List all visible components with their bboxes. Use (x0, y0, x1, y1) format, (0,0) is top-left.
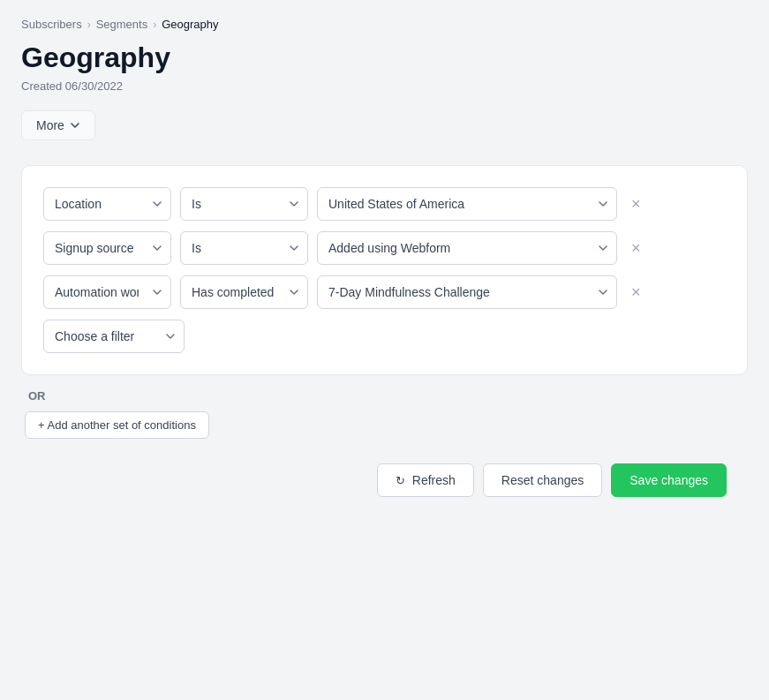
save-button[interactable]: Save changes (611, 463, 727, 497)
filter-select-wrapper-2: Signup source Location Automation workfl… (43, 231, 171, 265)
filter-select-wrapper-1: Location Signup source Automation workfl… (43, 187, 171, 221)
remove-condition-1[interactable]: × (626, 192, 646, 215)
value-select-2[interactable]: Added using Webform Added manually API (317, 231, 617, 265)
refresh-icon: ↻ (396, 474, 405, 487)
choose-filter-wrapper: Choose a filter Location Signup source A… (43, 320, 185, 353)
page-container: Subscribers › Segments › Geography Geogr… (0, 0, 769, 532)
reset-label: Reset changes (501, 473, 584, 487)
operator-select-wrapper-2: Is Is not (180, 231, 308, 265)
chevron-down-icon (70, 120, 80, 131)
condition-row-2: Signup source Location Automation workfl… (43, 231, 726, 265)
breadcrumb-geography: Geography (162, 18, 218, 31)
refresh-button[interactable]: ↻ Refresh (377, 463, 474, 497)
operator-select-2[interactable]: Is Is not (180, 231, 308, 265)
filter-select-3[interactable]: Automation workflo Location Signup sourc… (43, 275, 171, 309)
save-label: Save changes (630, 473, 708, 487)
value-select-3[interactable]: 7-Day Mindfulness Challenge Welcome Seri… (317, 275, 617, 309)
page-created: Created 06/30/2022 (21, 79, 748, 93)
value-select-1[interactable]: United States of America Canada United K… (317, 187, 617, 221)
condition-row-new: Choose a filter Location Signup source A… (43, 320, 726, 353)
operator-select-wrapper-3: Has completed Has not completed (180, 275, 308, 309)
or-label: OR (25, 389, 744, 403)
value-select-wrapper-1: United States of America Canada United K… (317, 187, 617, 221)
remove-condition-3[interactable]: × (626, 281, 646, 304)
breadcrumb-subscribers[interactable]: Subscribers (21, 18, 82, 31)
filter-select-1[interactable]: Location Signup source Automation workfl… (43, 187, 171, 221)
page-title: Geography (21, 41, 748, 74)
operator-select-1[interactable]: Is Is not (180, 187, 308, 221)
more-button[interactable]: More (21, 110, 95, 140)
reset-button[interactable]: Reset changes (483, 463, 602, 497)
value-select-wrapper-2: Added using Webform Added manually API (317, 231, 617, 265)
remove-condition-2[interactable]: × (626, 237, 646, 260)
breadcrumb-segments[interactable]: Segments (96, 18, 148, 31)
condition-row-3: Automation workflo Location Signup sourc… (43, 275, 726, 309)
breadcrumb-sep-2: › (153, 19, 156, 31)
filter-select-2[interactable]: Signup source Location Automation workfl… (43, 231, 171, 265)
condition-row-1: Location Signup source Automation workfl… (43, 187, 726, 221)
footer-actions: ↻ Refresh Reset changes Save changes (21, 446, 748, 515)
add-conditions-label: + Add another set of conditions (38, 418, 196, 432)
add-conditions-button[interactable]: + Add another set of conditions (25, 411, 209, 439)
more-label: More (36, 118, 64, 132)
value-select-wrapper-3: 7-Day Mindfulness Challenge Welcome Seri… (317, 275, 617, 309)
refresh-label: Refresh (412, 473, 456, 487)
breadcrumb: Subscribers › Segments › Geography (21, 18, 748, 31)
breadcrumb-sep-1: › (87, 19, 91, 31)
or-section: OR + Add another set of conditions (21, 389, 748, 439)
conditions-card: Location Signup source Automation workfl… (21, 165, 748, 375)
filter-select-wrapper-3: Automation workflo Location Signup sourc… (43, 275, 171, 309)
operator-select-wrapper-1: Is Is not (180, 187, 308, 221)
operator-select-3[interactable]: Has completed Has not completed (180, 275, 308, 309)
choose-filter-select[interactable]: Choose a filter Location Signup source A… (43, 320, 185, 353)
